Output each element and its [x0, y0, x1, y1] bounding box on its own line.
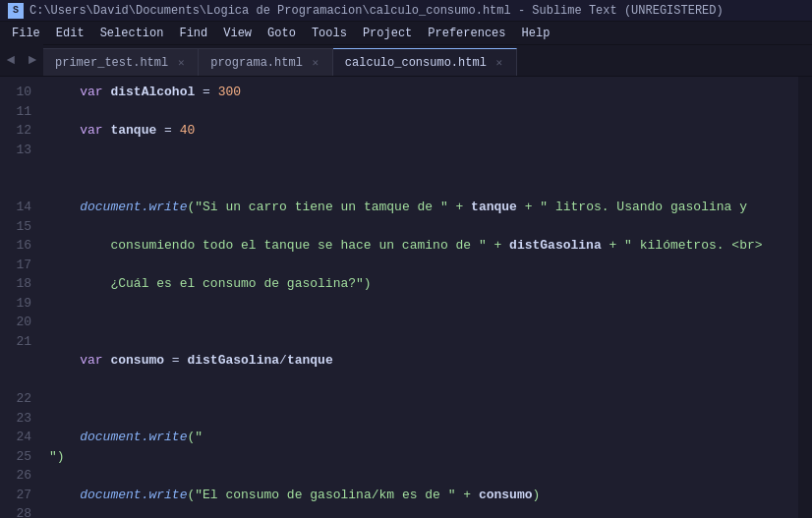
minimap	[798, 77, 812, 518]
code-area: 10 11 12 13 14 15 16 17 18 19 20 21 22 2…	[0, 77, 812, 518]
tab-label: primer_test.html	[55, 56, 168, 70]
tab-label: programa.html	[210, 56, 303, 70]
tab-programa[interactable]: programa.html ✕	[199, 48, 333, 76]
window-title: C:\Users\David\Documents\Logica de Progr…	[29, 4, 804, 18]
tab-close-calculo-consumo[interactable]: ✕	[493, 56, 506, 70]
menu-preferences[interactable]: Preferences	[420, 22, 513, 45]
tab-nav-left[interactable]: ◄	[0, 44, 22, 76]
title-bar: S C:\Users\David\Documents\Logica de Pro…	[0, 0, 812, 22]
menu-edit[interactable]: Edit	[48, 22, 92, 45]
tab-nav-right[interactable]: ►	[22, 44, 43, 76]
menu-view[interactable]: View	[215, 22, 260, 45]
menu-help[interactable]: Help	[514, 22, 558, 45]
menu-file[interactable]: File	[4, 22, 48, 45]
menu-bar: File Edit Selection Find View Goto Tools…	[0, 22, 812, 45]
tab-bar: ◄ ► primer_test.html ✕ programa.html ✕ c…	[0, 45, 812, 77]
menu-goto[interactable]: Goto	[260, 22, 304, 45]
tab-close-primer-test[interactable]: ✕	[174, 56, 188, 70]
tab-primer-test[interactable]: primer_test.html ✕	[43, 48, 199, 76]
menu-project[interactable]: Project	[355, 22, 420, 45]
app-icon: S	[8, 3, 24, 19]
tab-label: calculo_consumo.html	[345, 56, 487, 70]
code-editor[interactable]: var distAlcohol = 300 var tanque = 40 do…	[41, 77, 798, 518]
menu-find[interactable]: Find	[171, 22, 215, 45]
tab-close-programa[interactable]: ✕	[309, 56, 322, 70]
menu-selection[interactable]: Selection	[92, 22, 172, 45]
tab-calculo-consumo[interactable]: calculo_consumo.html ✕	[333, 48, 517, 76]
menu-tools[interactable]: Tools	[304, 22, 355, 45]
line-numbers: 10 11 12 13 14 15 16 17 18 19 20 21 22 2…	[0, 77, 41, 518]
